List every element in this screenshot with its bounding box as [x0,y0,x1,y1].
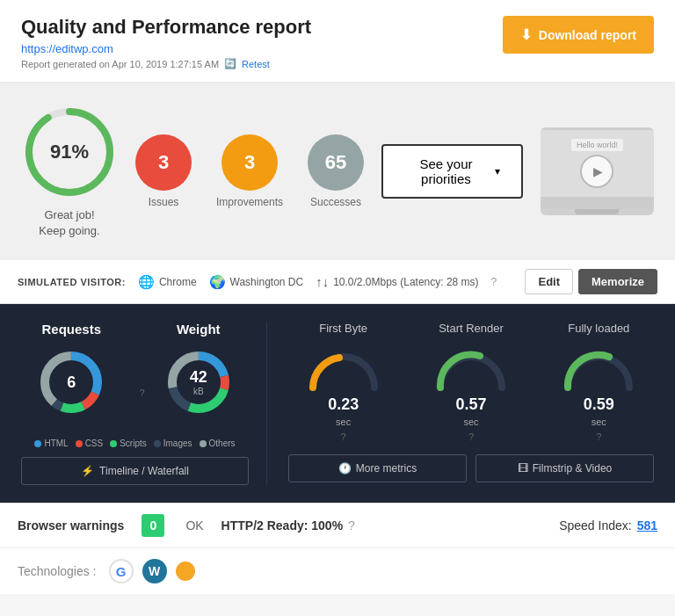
speed-item: ↑↓ 10.0/2.0Mbps (Latency: 28 ms) [316,274,478,289]
weight-help-icon[interactable]: ? [140,388,145,398]
start-render-title: Start Render [432,322,511,335]
play-button[interactable] [580,155,613,188]
http2-help-icon[interactable]: ? [348,518,355,533]
more-metrics-button[interactable]: 🕐 More metrics [288,454,467,482]
start-render-value: 0.57 [432,395,511,414]
requests-weight-row: Requests 6 [21,322,249,424]
ok-label: OK [185,518,203,533]
video-screen: Hello world! [541,128,654,199]
timing-metrics: First Byte 0.23 sec ? Start R [288,322,654,442]
video-thumbnail: Hello world! [541,127,654,215]
start-render-help[interactable]: ? [432,431,511,442]
perf-left: Requests 6 [21,322,267,485]
video-base [541,197,654,209]
download-button[interactable]: ⬇ Download report [503,16,654,54]
fully-loaded-unit: sec [592,417,606,427]
score-circle-wrap: 91% Great job! Keep going. [21,104,118,239]
weight-title: Weight [149,322,250,337]
unknown-tech-icon [176,562,195,581]
fully-loaded-value: 0.59 [559,395,638,414]
speed-value: 10.0/2.0Mbps (Latency: 28 ms) [333,276,478,288]
speed-index-section: Speed Index: 581 [559,518,657,533]
waterfall-icon: ⚡ [81,465,94,477]
browser-name: Chrome [159,276,197,288]
weight-donut: 42 kB [163,347,234,417]
timeline-button[interactable]: ⚡ Timeline / Waterfall [21,457,249,485]
score-text: 91% [50,141,89,163]
metrics-circles: 3 Issues 3 Improvements 65 Successes [135,134,364,208]
speed-index-value[interactable]: 581 [637,518,657,533]
visitor-bar: SIMULATED VISITOR: 🌐 Chrome 🌍 Washington… [0,260,675,304]
speed-index-label: Speed Index: [559,518,632,533]
first-byte-value: 0.23 [304,395,383,414]
legend-others: Others [200,438,236,448]
help-icon[interactable]: ? [491,276,497,288]
legend: HTML CSS Scripts Images Others [21,438,249,448]
weight-col: Weight 42 [149,322,250,424]
fully-loaded-title: Fully loaded [559,322,638,335]
requests-value: 6 [67,373,76,392]
simulated-visitor-label: SIMULATED VISITOR: [18,277,126,287]
browser-warnings-label: Browser warnings [18,518,124,533]
issues-metric: 3 Issues [135,134,192,208]
page-title: Quality and Performance report [21,16,311,39]
improvements-metric: 3 Improvements [216,134,283,208]
http2-label: HTTP/2 Ready: 100% [221,518,344,533]
memorize-button[interactable]: Memorize [578,269,657,294]
film-icon: 🎞 [518,462,528,475]
successes-circle: 65 [308,134,364,191]
first-byte-title: First Byte [304,322,383,335]
site-link[interactable]: https://editwp.com [21,42,311,55]
requests-col: Requests 6 [21,322,122,424]
warnings-badge: 0 [142,514,164,537]
header: Quality and Performance report https://e… [0,0,675,83]
summary-section: 91% Great job! Keep going. 3 Issues 3 Im… [0,83,675,260]
legend-images: Images [154,438,192,448]
chrome-icon: 🌐 [138,274,155,290]
technologies-label: Technologies : [18,564,97,578]
first-byte-help[interactable]: ? [304,431,383,442]
improvements-circle: 3 [221,134,278,191]
fully-loaded-help[interactable]: ? [559,431,638,442]
header-left: Quality and Performance report https://e… [21,16,311,69]
clock-icon: 🕐 [338,462,352,475]
fully-loaded-arc [559,344,638,392]
issues-circle: 3 [135,134,192,191]
start-render-metric: Start Render 0.57 sec ? [432,322,511,442]
laptop-stand [575,209,619,214]
edit-button[interactable]: Edit [525,269,573,294]
location-name: Washington DC [230,276,304,288]
http2-section: HTTP/2 Ready: 100% ? [221,518,355,533]
first-byte-metric: First Byte 0.23 sec ? [304,322,383,442]
improvements-label: Improvements [216,196,283,208]
location-item: 🌍 Washington DC [209,274,304,290]
legend-scripts: Scripts [110,438,147,448]
perf-grid: Requests 6 [21,322,654,485]
download-icon: ⬇ [520,26,532,43]
score-label: Great job! Keep going. [21,207,118,239]
start-render-unit: sec [463,417,478,427]
issues-label: Issues [135,196,192,208]
report-meta: Report generated on Apr 10, 2019 1:27:15… [21,58,311,69]
refresh-icon: 🔄 [224,58,236,69]
perf-right: First Byte 0.23 sec ? Start R [267,322,654,485]
google-tech-icon: G [109,559,134,583]
requests-donut: 6 [36,347,106,417]
legend-html: HTML [34,438,68,448]
first-byte-unit: sec [336,417,351,427]
successes-label: Successes [308,196,364,208]
retest-link[interactable]: Retest [242,59,270,69]
wordpress-tech-icon: W [142,559,167,583]
filmstrip-button[interactable]: 🎞 Filmstrip & Video [475,454,654,482]
first-byte-arc [304,344,383,392]
fully-loaded-metric: Fully loaded 0.59 sec ? [559,322,638,442]
technologies-bar: Technologies : G W [0,547,675,594]
start-render-arc [432,344,511,392]
tech-icons: G W [109,559,195,583]
score-circle: 91% [21,104,118,200]
priorities-button[interactable]: See your priorities ▾ [381,144,523,199]
metric-action-buttons: 🕐 More metrics 🎞 Filmstrip & Video [288,454,654,482]
chevron-down-icon: ▾ [495,165,500,178]
globe-icon: 🌍 [209,274,226,290]
successes-metric: 65 Successes [308,134,364,208]
